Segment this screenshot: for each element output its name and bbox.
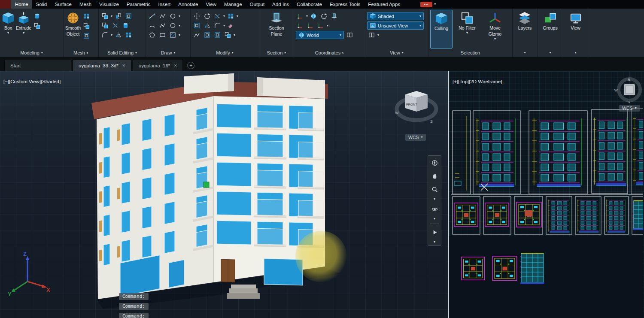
tab-annotate[interactable]: Annotate [174,0,202,9]
named-view-select[interactable]: Unsaved View ▾ [367,21,424,30]
no-filter-button[interactable]: No Filter ▾ [454,10,480,48]
interfere-button[interactable] [124,12,133,20]
polygon-button[interactable] [148,31,157,39]
panel-label-layers[interactable]: ▾ [513,48,537,57]
chevron-down-icon[interactable]: ▾ [434,217,435,221]
panel-label-modify[interactable]: Modify ▾ [191,48,259,57]
viewport-visualstyle-control[interactable]: [2D Wireframe] [469,79,502,84]
tab-start[interactable]: Start [4,60,71,71]
polysolid-button[interactable] [33,22,42,30]
panel-label-coordinates[interactable]: Coordinates ▸ [294,48,365,57]
tab-output[interactable]: Output [246,0,269,9]
tab-mesh[interactable]: Mesh [76,0,95,9]
named-ucs-button[interactable] [345,31,354,39]
tab-solid[interactable]: Solid [32,0,51,9]
stretch-button[interactable] [192,31,201,39]
tab-uygulama-33-3d[interactable]: uygulama_33_3d* × [73,60,131,71]
intersect-button[interactable] [111,21,120,30]
tab-add-ins[interactable]: Add-ins [268,0,293,9]
viewcube-west-label[interactable]: W [395,111,399,115]
spline-button[interactable] [158,21,167,30]
ucs-icon[interactable]: Z X Y [8,251,50,297]
wcs-dropdown[interactable]: WCS ▾ [619,105,640,112]
smooth-object-button[interactable]: Smooth Object [65,10,81,48]
tab-collaborate[interactable]: Collaborate [293,0,326,9]
mirror-button[interactable] [203,21,212,30]
move-button[interactable] [192,12,201,20]
command-line[interactable]: Command: [119,303,149,310]
viewport-collapse-control[interactable]: [−] [3,79,9,84]
tab-insert[interactable]: Insert [154,0,174,9]
full-navigation-wheel-icon[interactable] [429,157,440,168]
rectangle-button[interactable] [158,31,167,39]
close-icon[interactable]: × [122,63,125,69]
chevron-down-icon[interactable]: ▾ [327,24,328,27]
copy-button[interactable] [192,21,201,30]
move-gizmo-button[interactable]: Move Gizmo ▾ [482,10,508,48]
chevron-down-icon[interactable]: ▾ [111,33,112,37]
selected-object[interactable] [204,182,209,188]
zoom-icon[interactable] [429,184,440,194]
tab-express-tools[interactable]: Express Tools [326,0,364,9]
ucs-button[interactable] [296,12,305,20]
main-viewport[interactable]: Z X Y [−] [Custom View] [Shaded] [0,71,448,318]
chevron-down-icon[interactable]: ▾ [306,15,308,18]
chevron-down-icon[interactable]: ▾ [179,15,180,18]
3d-scene[interactable]: Z X Y [0,71,448,318]
arc-button[interactable] [148,21,157,30]
chevron-down-icon[interactable]: ▾ [377,33,379,37]
ucs-zaxis-button[interactable] [306,21,315,30]
message-badge-icon[interactable]: ••• [420,2,432,7]
ucs-world-button[interactable] [309,12,318,20]
chevron-down-icon[interactable]: ▾ [434,240,435,244]
mesh-smooth-more-button[interactable] [82,22,91,30]
ucs-3point-button[interactable] [316,21,325,30]
command-line[interactable]: Command: [119,313,149,318]
building-model[interactable] [91,73,328,302]
panel-label-modeling[interactable]: Modeling ▾ [0,48,63,57]
chevron-down-icon[interactable]: ▾ [223,24,225,27]
pan-icon[interactable] [429,171,440,181]
close-icon[interactable]: × [174,63,177,69]
tab-visualize[interactable]: Visualize [95,0,123,9]
panel-label-mesh[interactable]: Mesh ▸ [64,48,98,57]
union-button[interactable] [100,12,109,20]
scale-button[interactable] [203,31,212,39]
chevron-down-icon[interactable]: ▾ [434,197,435,201]
viewcube-south-label[interactable]: S [430,119,433,124]
chevron-down-icon[interactable]: ▾ [434,3,436,6]
chevron-down-icon[interactable]: ▾ [111,15,112,18]
orbit-icon[interactable] [429,204,440,214]
viewcube-north-label[interactable]: N [628,78,630,82]
panel-label-selection[interactable]: Selection [428,48,512,57]
ucs-previous-button[interactable] [319,12,328,20]
2d-drawings[interactable] [449,71,643,318]
culling-toggle[interactable]: Culling [430,10,453,48]
viewcube-cube[interactable]: FRONT [405,91,428,112]
thicken-button[interactable] [121,21,130,30]
viewcube-south-label[interactable]: S [628,100,630,104]
mesh-smooth-less-button[interactable] [82,32,91,40]
ucs-origin-button[interactable] [296,21,305,30]
chevron-down-icon[interactable]: ▾ [179,33,180,37]
tab-home[interactable]: Home [11,0,32,9]
array-button[interactable] [226,12,235,20]
dialog-launcher-icon[interactable]: ▸ [341,51,345,55]
tab-view[interactable]: View [202,0,220,9]
panel-label-section[interactable]: Section ▾ [259,48,294,57]
groups-button[interactable]: Groups [543,10,557,48]
panel-label-solid-editing[interactable]: Solid Editing ▾ [99,48,146,57]
viewport-expand-control[interactable]: [+] [453,79,458,84]
panel-label-groups[interactable]: ▾ [538,48,563,57]
section-plane-button[interactable]: Section Plane [269,10,284,48]
box-tool-button[interactable]: Box ▾ [2,10,15,48]
ucs-face-button[interactable] [330,12,339,20]
app-logo[interactable] [0,0,11,9]
visual-style-select[interactable]: Shaded ▾ [367,12,424,20]
mesh-refine-button[interactable] [82,12,91,20]
tab-uygulama-16[interactable]: uygulama_16* × [133,60,183,71]
elevation-drawings[interactable] [454,116,643,191]
viewcube-2d[interactable]: N W S [614,76,644,104]
taper-faces-button[interactable] [114,31,123,39]
new-drawing-button[interactable]: + [187,62,194,69]
